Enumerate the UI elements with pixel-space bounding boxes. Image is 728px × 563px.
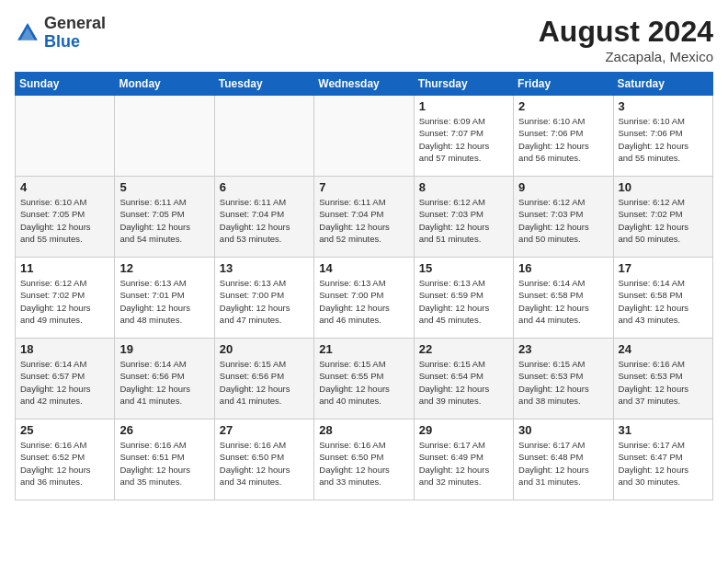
weekday-header-cell: Wednesday [314, 73, 414, 96]
day-info: Sunrise: 6:09 AM Sunset: 7:07 PM Dayligh… [419, 115, 508, 164]
day-number: 29 [419, 423, 508, 437]
day-info: Sunrise: 6:10 AM Sunset: 7:06 PM Dayligh… [518, 115, 608, 164]
calendar-day-cell: 19Sunrise: 6:14 AM Sunset: 6:56 PM Dayli… [115, 339, 214, 419]
calendar-day-cell: 23Sunrise: 6:15 AM Sunset: 6:53 PM Dayli… [514, 339, 613, 419]
calendar-day-cell: 12Sunrise: 6:13 AM Sunset: 7:01 PM Dayli… [115, 258, 214, 339]
day-number: 7 [319, 180, 408, 194]
calendar-week-row: 1Sunrise: 6:09 AM Sunset: 7:07 PM Daylig… [16, 96, 713, 177]
calendar-day-cell: 1Sunrise: 6:09 AM Sunset: 7:07 PM Daylig… [414, 96, 513, 177]
day-number: 12 [119, 261, 209, 275]
calendar-day-cell: 28Sunrise: 6:16 AM Sunset: 6:50 PM Dayli… [314, 419, 414, 500]
calendar-week-row: 18Sunrise: 6:14 AM Sunset: 6:57 PM Dayli… [16, 339, 713, 419]
day-info: Sunrise: 6:17 AM Sunset: 6:48 PM Dayligh… [518, 439, 608, 488]
calendar-day-cell: 25Sunrise: 6:16 AM Sunset: 6:52 PM Dayli… [16, 419, 115, 500]
day-number: 31 [619, 423, 708, 437]
calendar-day-cell: 30Sunrise: 6:17 AM Sunset: 6:48 PM Dayli… [514, 419, 613, 500]
calendar-week-row: 4Sunrise: 6:10 AM Sunset: 7:05 PM Daylig… [16, 177, 713, 258]
day-info: Sunrise: 6:12 AM Sunset: 7:03 PM Dayligh… [419, 196, 508, 245]
day-info: Sunrise: 6:11 AM Sunset: 7:04 PM Dayligh… [220, 196, 309, 245]
calendar-day-cell: 22Sunrise: 6:15 AM Sunset: 6:54 PM Dayli… [414, 339, 513, 419]
day-info: Sunrise: 6:13 AM Sunset: 7:01 PM Dayligh… [119, 277, 209, 326]
calendar-week-row: 25Sunrise: 6:16 AM Sunset: 6:52 PM Dayli… [16, 419, 713, 500]
day-info: Sunrise: 6:17 AM Sunset: 6:49 PM Dayligh… [419, 439, 508, 488]
calendar-day-cell [115, 96, 214, 177]
calendar-day-cell: 18Sunrise: 6:14 AM Sunset: 6:57 PM Dayli… [16, 339, 115, 419]
calendar-day-cell: 14Sunrise: 6:13 AM Sunset: 7:00 PM Dayli… [314, 258, 414, 339]
day-info: Sunrise: 6:15 AM Sunset: 6:54 PM Dayligh… [419, 358, 508, 407]
day-info: Sunrise: 6:16 AM Sunset: 6:50 PM Dayligh… [319, 439, 408, 488]
day-number: 8 [419, 180, 508, 194]
day-number: 22 [419, 342, 508, 356]
calendar-day-cell: 5Sunrise: 6:11 AM Sunset: 7:05 PM Daylig… [115, 177, 214, 258]
calendar-day-cell: 9Sunrise: 6:12 AM Sunset: 7:03 PM Daylig… [514, 177, 613, 258]
day-info: Sunrise: 6:15 AM Sunset: 6:55 PM Dayligh… [319, 358, 408, 407]
calendar-day-cell: 21Sunrise: 6:15 AM Sunset: 6:55 PM Dayli… [314, 339, 414, 419]
day-info: Sunrise: 6:15 AM Sunset: 6:53 PM Dayligh… [518, 358, 608, 407]
day-info: Sunrise: 6:16 AM Sunset: 6:52 PM Dayligh… [20, 439, 109, 488]
day-number: 6 [220, 180, 309, 194]
day-info: Sunrise: 6:10 AM Sunset: 7:06 PM Dayligh… [619, 115, 708, 164]
day-number: 17 [619, 261, 708, 275]
day-number: 2 [518, 99, 608, 113]
day-info: Sunrise: 6:13 AM Sunset: 7:00 PM Dayligh… [319, 277, 408, 326]
day-number: 1 [419, 99, 508, 113]
weekday-header-cell: Tuesday [214, 73, 313, 96]
calendar-body: 1Sunrise: 6:09 AM Sunset: 7:07 PM Daylig… [16, 96, 713, 500]
day-number: 26 [119, 423, 209, 437]
day-info: Sunrise: 6:12 AM Sunset: 7:02 PM Dayligh… [20, 277, 109, 326]
calendar-table: SundayMondayTuesdayWednesdayThursdayFrid… [15, 72, 713, 500]
weekday-header-cell: Sunday [16, 73, 115, 96]
day-number: 27 [220, 423, 309, 437]
calendar-week-row: 11Sunrise: 6:12 AM Sunset: 7:02 PM Dayli… [16, 258, 713, 339]
calendar-day-cell [314, 96, 414, 177]
location-subtitle: Zacapala, Mexico [539, 49, 713, 64]
day-number: 28 [319, 423, 408, 437]
calendar-day-cell: 29Sunrise: 6:17 AM Sunset: 6:49 PM Dayli… [414, 419, 513, 500]
calendar-day-cell: 26Sunrise: 6:16 AM Sunset: 6:51 PM Dayli… [115, 419, 214, 500]
calendar-day-cell: 10Sunrise: 6:12 AM Sunset: 7:02 PM Dayli… [613, 177, 712, 258]
calendar-day-cell [214, 96, 313, 177]
month-year-title: August 2024 [539, 15, 713, 49]
weekday-header-cell: Thursday [414, 73, 513, 96]
calendar-day-cell: 7Sunrise: 6:11 AM Sunset: 7:04 PM Daylig… [314, 177, 414, 258]
day-info: Sunrise: 6:13 AM Sunset: 7:00 PM Dayligh… [220, 277, 309, 326]
calendar-day-cell: 31Sunrise: 6:17 AM Sunset: 6:47 PM Dayli… [613, 419, 712, 500]
day-info: Sunrise: 6:11 AM Sunset: 7:04 PM Dayligh… [319, 196, 408, 245]
day-info: Sunrise: 6:12 AM Sunset: 7:02 PM Dayligh… [619, 196, 708, 245]
day-number: 11 [20, 261, 109, 275]
calendar-day-cell: 20Sunrise: 6:15 AM Sunset: 6:56 PM Dayli… [214, 339, 313, 419]
day-number: 5 [119, 180, 209, 194]
calendar-day-cell: 15Sunrise: 6:13 AM Sunset: 6:59 PM Dayli… [414, 258, 513, 339]
day-number: 16 [518, 261, 608, 275]
weekday-header-row: SundayMondayTuesdayWednesdayThursdayFrid… [16, 73, 713, 96]
logo-text: General Blue [44, 15, 106, 52]
day-info: Sunrise: 6:14 AM Sunset: 6:58 PM Dayligh… [518, 277, 608, 326]
weekday-header-cell: Friday [514, 73, 613, 96]
logo-general-text: General [44, 14, 106, 32]
day-number: 15 [419, 261, 508, 275]
day-info: Sunrise: 6:13 AM Sunset: 6:59 PM Dayligh… [419, 277, 508, 326]
day-number: 3 [619, 99, 708, 113]
day-info: Sunrise: 6:16 AM Sunset: 6:50 PM Dayligh… [220, 439, 309, 488]
logo-blue-text: Blue [44, 32, 80, 51]
calendar-day-cell [16, 96, 115, 177]
day-info: Sunrise: 6:17 AM Sunset: 6:47 PM Dayligh… [619, 439, 708, 488]
day-info: Sunrise: 6:16 AM Sunset: 6:51 PM Dayligh… [119, 439, 209, 488]
day-info: Sunrise: 6:12 AM Sunset: 7:03 PM Dayligh… [518, 196, 608, 245]
logo: General Blue [15, 15, 106, 52]
day-number: 14 [319, 261, 408, 275]
calendar-day-cell: 3Sunrise: 6:10 AM Sunset: 7:06 PM Daylig… [613, 96, 712, 177]
day-number: 13 [220, 261, 309, 275]
day-number: 9 [518, 180, 608, 194]
calendar-day-cell: 6Sunrise: 6:11 AM Sunset: 7:04 PM Daylig… [214, 177, 313, 258]
day-number: 10 [619, 180, 708, 194]
day-info: Sunrise: 6:11 AM Sunset: 7:05 PM Dayligh… [119, 196, 209, 245]
page-header: General Blue August 2024 Zacapala, Mexic… [15, 15, 713, 64]
day-info: Sunrise: 6:16 AM Sunset: 6:53 PM Dayligh… [619, 358, 708, 407]
day-number: 30 [518, 423, 608, 437]
title-block: August 2024 Zacapala, Mexico [539, 15, 713, 64]
day-info: Sunrise: 6:14 AM Sunset: 6:56 PM Dayligh… [119, 358, 209, 407]
day-number: 18 [20, 342, 109, 356]
day-number: 21 [319, 342, 408, 356]
day-info: Sunrise: 6:14 AM Sunset: 6:58 PM Dayligh… [619, 277, 708, 326]
